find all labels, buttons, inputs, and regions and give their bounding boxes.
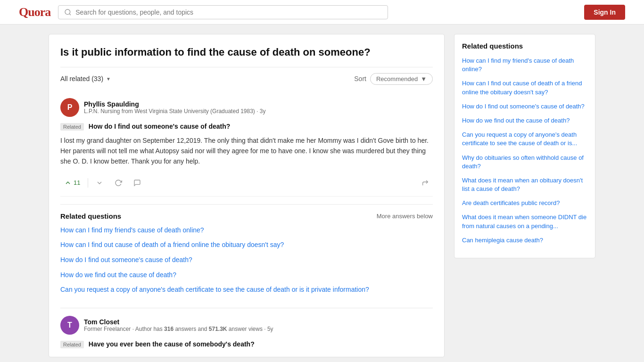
avatar-tom: T [60, 316, 79, 335]
answer-1-related-question: How do I find out someone's cause of dea… [89, 123, 230, 130]
refresh-button[interactable] [111, 177, 126, 189]
list-item: How can I find my friend's cause of deat… [462, 57, 587, 74]
sidebar-link-5[interactable]: Can you request a copy of anyone's death… [462, 131, 587, 148]
inline-related-list: How can I find my friend's cause of deat… [60, 226, 433, 295]
header: Quora Sign In [0, 0, 644, 25]
all-related-label: All related (33) [60, 75, 103, 82]
author-2-name[interactable]: Tom Closet [84, 318, 273, 326]
author-1-info: Phyllis Spaulding L.P.N. Nursing from We… [84, 100, 266, 115]
comment-button[interactable] [130, 177, 145, 189]
list-item: How can I find out cause of death of a f… [60, 240, 433, 250]
page-layout: Is it public information to find the cau… [39, 34, 605, 357]
list-item: What does it mean when someone DIDNT die… [462, 213, 587, 230]
related-link-5[interactable]: Can you request a copy of anyone's death… [60, 286, 369, 293]
answer-2-related-question: Have you ever been the cause of somebody… [89, 340, 255, 348]
sidebar-link-8[interactable]: Are death certificates public record? [462, 199, 587, 207]
answer-1: P Phyllis Spaulding L.P.N. Nursing from … [60, 90, 433, 204]
author-2-meta: Former Freelancer · Author has 316 answe… [84, 326, 273, 332]
list-item: How do we find out the cause of death? [462, 116, 587, 125]
related-block-title: Related questions [60, 212, 121, 220]
comment-icon [133, 179, 141, 187]
sort-label: Sort [354, 75, 366, 82]
list-item: How do I find out someone's cause of dea… [60, 255, 433, 265]
author-2-meta-prefix: Former Freelancer · Author has [84, 326, 164, 332]
inline-related-block: Related questions More answers below How… [60, 204, 433, 308]
share-button[interactable] [418, 177, 433, 189]
related-link-3[interactable]: How do I find out someone's cause of dea… [60, 256, 192, 263]
downvote-icon [96, 179, 103, 187]
main-content: Is it public information to find the cau… [49, 34, 445, 357]
answer-1-body: I lost my grand daughter on September 12… [60, 135, 433, 167]
author-2-answers-count: 316 [164, 326, 173, 332]
list-item: Can hemiplegia cause death? [462, 236, 587, 245]
svg-point-0 [65, 9, 70, 15]
svg-line-1 [69, 14, 71, 15]
answer-2-author: T Tom Closet Former Freelancer · Author … [60, 316, 433, 335]
list-item: Can you request a copy of anyone's death… [60, 285, 433, 295]
sort-area: Sort Recommended ▼ [354, 73, 433, 85]
sidebar-link-1[interactable]: How can I find my friend's cause of deat… [462, 57, 587, 74]
sidebar-link-6[interactable]: Why do obituaries so often withhold caus… [462, 154, 587, 171]
search-bar[interactable] [58, 5, 388, 19]
avatar-phyllis: P [60, 98, 79, 117]
question-card: Is it public information to find the cau… [49, 34, 445, 357]
downvote-button[interactable] [92, 177, 107, 189]
sort-dropdown[interactable]: Recommended ▼ [370, 73, 433, 85]
sidebar-link-9[interactable]: What does it mean when someone DIDNT die… [462, 213, 587, 230]
answers-bar: All related (33) ▼ Sort Recommended ▼ [60, 67, 433, 90]
divider-1 [88, 178, 88, 188]
author-1-meta: L.P.N. Nursing from West Virginia State … [84, 108, 266, 115]
sidebar-link-4[interactable]: How do we find out the cause of death? [462, 116, 587, 125]
search-icon [64, 8, 72, 16]
all-related-dropdown[interactable]: All related (33) ▼ [60, 75, 111, 82]
list-item: What does it mean when an obituary doesn… [462, 176, 587, 193]
list-item: How can I find out cause of death of a f… [462, 79, 587, 96]
author-2-meta-mid: answers and [173, 326, 209, 332]
related-link-1[interactable]: How can I find my friend's cause of deat… [60, 226, 204, 234]
list-item: Can you request a copy of anyone's death… [462, 131, 587, 148]
sidebar-link-7[interactable]: What does it mean when an obituary doesn… [462, 176, 587, 193]
share-icon [421, 179, 429, 187]
upvote-count: 11 [74, 179, 80, 186]
list-item: How can I find my friend's cause of deat… [60, 226, 433, 235]
related-link-2[interactable]: How can I find out cause of death of a f… [60, 241, 284, 248]
refresh-icon [115, 179, 122, 187]
signin-button[interactable]: Sign In [584, 5, 625, 20]
list-item: How do I find out someone's cause of dea… [462, 102, 587, 111]
list-item: Are death certificates public record? [462, 199, 587, 207]
answer-2: T Tom Closet Former Freelancer · Author … [60, 308, 433, 357]
related-badge-2: Related [60, 341, 84, 348]
answer-1-actions: 11 [60, 173, 433, 197]
answer-1-related-row: Related How do I find out someone's caus… [60, 123, 433, 131]
answer-2-related-row: Related Have you ever been the cause of … [60, 340, 433, 348]
sort-selected: Recommended [376, 75, 418, 82]
chevron-down-icon: ▼ [106, 76, 111, 82]
author-2-info: Tom Closet Former Freelancer · Author ha… [84, 318, 273, 332]
upvote-icon [64, 179, 72, 187]
related-block-header: Related questions More answers below [60, 212, 433, 220]
related-badge-1: Related [60, 123, 84, 131]
answer-1-author: P Phyllis Spaulding L.P.N. Nursing from … [60, 98, 433, 117]
logo[interactable]: Quora [19, 5, 50, 19]
sidebar-related-list: How can I find my friend's cause of deat… [462, 57, 587, 245]
list-item: Why do obituaries so often withhold caus… [462, 154, 587, 171]
more-answers-label: More answers below [377, 213, 433, 220]
sidebar-card: Related questions How can I find my frie… [454, 34, 595, 258]
sidebar-title: Related questions [462, 42, 587, 50]
search-input[interactable] [75, 8, 382, 16]
sort-chevron-icon: ▼ [421, 75, 427, 82]
related-link-4[interactable]: How do we find out the cause of death? [60, 271, 176, 279]
sidebar-link-2[interactable]: How can I find out cause of death of a f… [462, 79, 587, 96]
list-item: How do we find out the cause of death? [60, 271, 433, 280]
sidebar-link-10[interactable]: Can hemiplegia cause death? [462, 236, 587, 245]
question-title: Is it public information to find the cau… [60, 46, 433, 59]
author-1-name[interactable]: Phyllis Spaulding [84, 100, 266, 108]
sidebar: Related questions How can I find my frie… [454, 34, 595, 357]
upvote-button[interactable]: 11 [60, 177, 84, 189]
sidebar-link-3[interactable]: How do I find out someone's cause of dea… [462, 102, 587, 111]
author-2-meta-suffix: answer views · 5y [227, 326, 273, 332]
author-2-views-count: 571.3K [209, 326, 227, 332]
